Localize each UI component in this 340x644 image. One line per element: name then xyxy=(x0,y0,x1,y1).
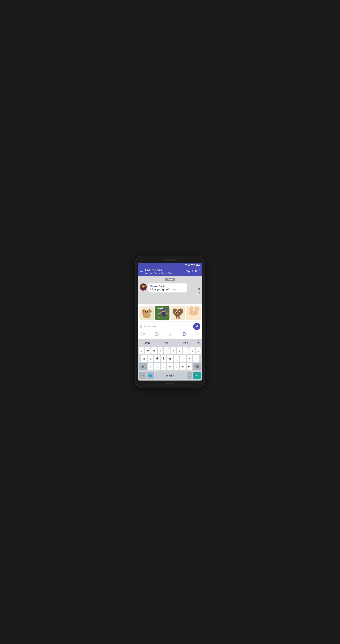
key-k[interactable]: k xyxy=(187,355,192,362)
key-f[interactable]: f xyxy=(161,355,166,362)
period-key[interactable]: . xyxy=(187,372,192,379)
svg-point-6 xyxy=(199,270,200,270)
svg-text:♥: ♥ xyxy=(165,317,166,319)
svg-rect-5 xyxy=(193,270,195,272)
video-icon[interactable] xyxy=(193,269,197,274)
svg-text:♡: ♡ xyxy=(160,316,161,318)
svg-rect-28 xyxy=(162,312,165,316)
svg-point-12 xyxy=(141,287,145,290)
message-bubble: Brooke Smith Miss you guys! 6:23 PM xyxy=(148,284,187,292)
enter-key[interactable]: ↵ xyxy=(193,372,201,379)
suggestion-bello[interactable]: Bello xyxy=(138,340,157,346)
svg-text:♥: ♥ xyxy=(156,316,157,319)
key-b[interactable]: b xyxy=(174,363,179,370)
mention-toolbar-icon[interactable] xyxy=(182,332,187,337)
message-row: Brooke Smith Miss you guys! 6:23 PM ♥ 8 xyxy=(140,284,200,294)
chat-subtitle: Adrienne, Britney, Camila, Elsa... xyxy=(145,272,185,274)
more-icon[interactable] xyxy=(199,269,200,274)
phone-screen: 6:23 ← Las Chicas Adrienne, Britney, Cam… xyxy=(138,263,202,381)
more-toolbar-icon[interactable]: ··· xyxy=(196,332,200,336)
svg-rect-4 xyxy=(190,264,190,266)
microphone-button[interactable] xyxy=(195,339,202,346)
chat-area: Today xyxy=(138,276,202,304)
at-symbol: @ xyxy=(140,325,142,328)
sticker-bear[interactable] xyxy=(139,306,154,320)
shift-key[interactable] xyxy=(139,363,147,370)
key-g[interactable]: g xyxy=(167,355,173,362)
symbols-key[interactable]: ?1☺ xyxy=(139,372,146,379)
svg-point-11 xyxy=(142,285,145,288)
delete-key[interactable] xyxy=(193,363,201,370)
camera-toolbar-icon[interactable] xyxy=(168,332,173,337)
key-q[interactable]: q1 xyxy=(139,347,144,354)
gallery-toolbar-icon[interactable] xyxy=(154,332,159,337)
svg-point-64 xyxy=(170,334,171,335)
message-area: Brooke Smith Miss you guys! 6:23 PM xyxy=(148,284,197,292)
key-u[interactable]: u7 xyxy=(177,347,182,354)
key-s[interactable]: s xyxy=(148,355,153,362)
suggestion-hell-i[interactable]: Hell I xyxy=(157,340,176,346)
key-w[interactable]: w2 xyxy=(145,347,150,354)
avatar xyxy=(140,284,147,290)
date-pill-text: Today xyxy=(165,278,175,281)
like-count: 8 xyxy=(199,292,200,294)
sticker-label: Sticker xyxy=(143,325,151,328)
suggestion-hell[interactable]: Hell xyxy=(176,340,195,346)
wifi-icon xyxy=(185,264,187,266)
send-button[interactable] xyxy=(193,323,200,330)
key-v[interactable]: v xyxy=(167,363,173,370)
key-m[interactable]: m xyxy=(187,363,192,370)
header-title-block: Las Chicas Adrienne, Britney, Camila, El… xyxy=(145,268,185,274)
phone-top-decoration xyxy=(138,259,202,261)
key-t[interactable]: t5 xyxy=(164,347,170,354)
phone-speaker xyxy=(163,259,177,261)
phone-home-button[interactable] xyxy=(165,383,175,384)
toolbar-row: ··· xyxy=(140,331,200,338)
svg-point-38 xyxy=(179,311,180,312)
like-area[interactable]: ♥ 8 xyxy=(198,287,200,294)
key-n[interactable]: n xyxy=(180,363,186,370)
svg-rect-1 xyxy=(188,265,189,266)
key-l[interactable]: l xyxy=(193,355,199,362)
key-y[interactable]: y6 xyxy=(171,347,176,354)
key-j[interactable]: j xyxy=(180,355,186,362)
signal-icon xyxy=(188,264,190,266)
globe-key[interactable]: 🌐 xyxy=(147,372,154,379)
key-r[interactable]: r4 xyxy=(158,347,163,354)
key-z[interactable]: z xyxy=(148,363,153,370)
svg-text:I LOVE: I LOVE xyxy=(157,307,163,309)
key-a[interactable]: a xyxy=(141,355,147,362)
chat-title: Las Chicas xyxy=(145,268,185,272)
svg-text:♥: ♥ xyxy=(166,316,167,318)
svg-point-60 xyxy=(142,334,142,334)
word-suggestions: Bello Hell I Hell xyxy=(138,339,202,346)
sticker-i-love-you[interactable]: I LOVE You! ♡ ♥ ♥ ♥ xyxy=(155,306,169,320)
svg-point-40 xyxy=(178,313,178,314)
back-button[interactable]: ← xyxy=(140,269,143,273)
input-area: @ Sticker love xyxy=(138,322,202,339)
key-i[interactable]: i8 xyxy=(183,347,189,354)
svg-rect-66 xyxy=(198,340,199,342)
input-typed-text[interactable]: love xyxy=(152,325,156,328)
header-actions xyxy=(186,269,200,274)
like-heart-icon[interactable]: ♥ xyxy=(198,287,200,292)
keyboard-key-rows: q1 w2 e3 r4 t5 y6 u7 i8 o9 p0 a s d f xyxy=(138,346,202,371)
sticker-heart-cookie[interactable] xyxy=(171,306,185,320)
key-o[interactable]: o9 xyxy=(190,347,195,354)
sticker-toolbar-icon[interactable] xyxy=(140,332,145,337)
svg-rect-51 xyxy=(179,316,180,318)
key-e[interactable]: e3 xyxy=(151,347,157,354)
message-sender: Brooke Smith xyxy=(150,285,185,288)
space-key[interactable]: English xyxy=(154,372,186,379)
key-h[interactable]: h xyxy=(174,355,179,362)
sticker-hands-heart[interactable] xyxy=(186,306,201,320)
input-row: @ Sticker love xyxy=(140,323,200,330)
key-p[interactable]: p0 xyxy=(196,347,201,354)
key-c[interactable]: c xyxy=(161,363,166,370)
svg-rect-2 xyxy=(189,265,189,266)
date-badge: Today xyxy=(140,278,200,281)
key-row-2: a s d f g h j k l xyxy=(139,355,201,362)
key-d[interactable]: d xyxy=(154,355,160,362)
key-x[interactable]: x xyxy=(154,363,160,370)
call-icon[interactable] xyxy=(186,269,190,274)
